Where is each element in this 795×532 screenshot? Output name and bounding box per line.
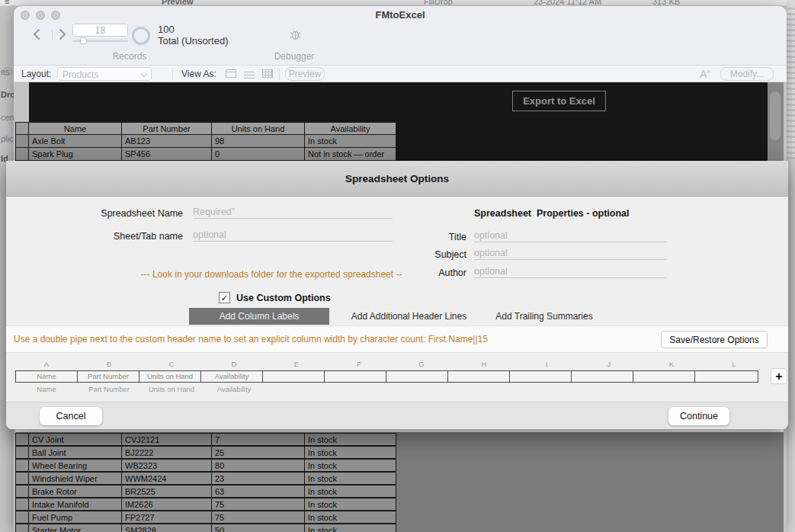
cell-part-number[interactable]: CVJ2121 xyxy=(122,433,212,446)
content-scrollbar-track[interactable] xyxy=(768,82,784,161)
table-row[interactable]: Windshield Wiper WWM2424 23 In stock xyxy=(15,472,396,485)
export-to-excel-button[interactable]: Export to Excel xyxy=(512,91,606,111)
row-marker-cell[interactable] xyxy=(15,135,29,148)
cell-availability[interactable]: Not in stock — order xyxy=(305,148,396,161)
sheet-tab-name-input[interactable] xyxy=(193,228,393,242)
cell-name[interactable]: Intake Manifold xyxy=(29,498,122,511)
grid-header-cell[interactable]: Part Number xyxy=(78,371,139,382)
table-row[interactable]: CV Joint CVJ2121 7 In stock xyxy=(15,433,396,446)
table-view-icon[interactable] xyxy=(262,69,273,78)
cell-part-number[interactable]: SM2828 xyxy=(122,524,212,532)
current-record-input[interactable] xyxy=(72,24,128,37)
row-marker-cell[interactable] xyxy=(15,498,29,511)
record-slider-thumb[interactable] xyxy=(80,37,87,44)
form-view-icon[interactable] xyxy=(226,69,236,78)
column-header-units[interactable]: Units on Hand xyxy=(212,122,305,135)
table-row[interactable]: Ball Joint BJ2222 25 In stock xyxy=(15,446,396,459)
grid-header-cell[interactable]: Name xyxy=(16,371,78,382)
cell-name[interactable]: Fuel Pump xyxy=(29,511,122,524)
author-input[interactable] xyxy=(474,264,667,278)
modify-layout-button[interactable]: Modify... xyxy=(720,67,774,81)
row-marker-cell[interactable] xyxy=(15,433,29,446)
grid-header-cell[interactable] xyxy=(325,371,386,382)
cell-part-number[interactable]: FP2727 xyxy=(122,511,212,524)
row-marker-cell[interactable] xyxy=(15,472,29,485)
cell-part-number[interactable]: WWM2424 xyxy=(122,472,212,485)
grid-header-cell[interactable] xyxy=(510,371,572,382)
grid-header-cell[interactable] xyxy=(448,371,510,382)
grid-header-cell[interactable]: Units on Hand xyxy=(139,371,201,382)
cell-units[interactable]: 63 xyxy=(212,485,305,498)
cell-part-number[interactable]: AB123 xyxy=(122,135,212,148)
row-marker-cell[interactable] xyxy=(15,148,29,161)
table-row[interactable]: Intake Manifold IM2626 75 In stock xyxy=(15,498,396,511)
table-row[interactable]: Brake Rotor BR2525 63 In stock xyxy=(15,485,396,498)
use-custom-options-checkbox[interactable]: ✓ xyxy=(219,292,230,303)
continue-button[interactable]: Continue xyxy=(668,407,729,425)
record-slider[interactable] xyxy=(72,40,128,42)
cell-name[interactable]: CV Joint xyxy=(29,433,122,446)
tab-add-column-labels[interactable]: Add Column Labels xyxy=(189,308,329,325)
list-view-icon[interactable] xyxy=(244,69,255,78)
cell-units[interactable]: 7 xyxy=(212,433,305,446)
row-marker-cell[interactable] xyxy=(15,446,29,459)
cell-units[interactable]: 98 xyxy=(212,135,305,148)
grid-header-cell[interactable] xyxy=(633,371,695,382)
cell-name[interactable]: Wheel Bearing xyxy=(29,459,122,472)
spreadsheet-name-input[interactable] xyxy=(193,205,393,219)
row-marker-cell[interactable] xyxy=(15,524,29,532)
cell-units[interactable]: 75 xyxy=(212,511,305,524)
preview-mode-button[interactable]: Preview xyxy=(285,67,325,81)
cell-availability[interactable]: In stock xyxy=(305,446,396,459)
table-row[interactable]: Wheel Bearing WB2323 80 In stock xyxy=(15,459,396,472)
column-header-name[interactable]: Name xyxy=(29,122,122,135)
cell-part-number[interactable]: IM2626 xyxy=(122,498,212,511)
cell-units[interactable]: 25 xyxy=(212,446,305,459)
save-restore-options-button[interactable]: Save/Restore Options xyxy=(661,331,768,348)
cell-part-number[interactable]: BR2525 xyxy=(122,485,212,498)
formatting-icon[interactable]: Aa xyxy=(700,68,710,80)
cell-availability[interactable]: In stock xyxy=(305,485,396,498)
row-marker-cell[interactable] xyxy=(15,485,29,498)
column-header-part-number[interactable]: Part Number xyxy=(122,122,212,135)
cell-name[interactable]: Ball Joint xyxy=(29,446,122,459)
cell-availability[interactable]: In stock xyxy=(305,459,396,472)
cell-availability[interactable]: In stock xyxy=(305,135,396,148)
cell-availability[interactable]: In stock xyxy=(305,433,396,446)
cell-units[interactable]: 50 xyxy=(212,524,305,532)
cell-units[interactable]: 23 xyxy=(212,472,305,485)
cell-units[interactable]: 80 xyxy=(212,459,305,472)
cell-name[interactable]: Starter Motor xyxy=(29,524,122,532)
cell-availability[interactable]: In stock xyxy=(305,472,396,485)
cell-availability[interactable]: In stock xyxy=(305,524,396,532)
grid-header-cell[interactable] xyxy=(695,371,758,382)
add-column-button[interactable]: + xyxy=(771,368,787,384)
cell-units[interactable]: 75 xyxy=(212,498,305,511)
cell-name[interactable]: Windshield Wiper xyxy=(29,472,122,485)
found-set-pie-icon[interactable] xyxy=(132,27,150,45)
title-input[interactable] xyxy=(474,229,667,242)
table-row[interactable]: Fuel Pump FP2727 75 In stock xyxy=(15,511,396,524)
grid-header-cell[interactable] xyxy=(386,371,448,382)
column-header-availability[interactable]: Availability xyxy=(305,122,396,135)
previous-record-button[interactable] xyxy=(32,28,44,40)
cancel-button[interactable]: Cancel xyxy=(40,407,102,425)
tab-add-trailing-summaries[interactable]: Add Trailing Summaries xyxy=(488,308,601,325)
table-row[interactable]: Starter Motor SM2828 50 In stock xyxy=(15,524,396,532)
grid-header-cell[interactable] xyxy=(263,371,325,382)
subject-input[interactable] xyxy=(474,246,667,260)
row-marker-cell[interactable] xyxy=(15,511,29,524)
row-marker-cell[interactable] xyxy=(15,459,29,472)
next-record-button[interactable] xyxy=(58,28,70,40)
grid-header-cell[interactable]: Availability xyxy=(201,371,263,382)
tab-add-additional-header-lines[interactable]: Add Additional Header Lines xyxy=(339,308,479,325)
cell-units[interactable]: 0 xyxy=(212,148,305,161)
cell-name[interactable]: Axle Bolt xyxy=(29,135,122,148)
debugger-bug-icon[interactable] xyxy=(290,29,301,43)
cell-part-number[interactable]: BJ2222 xyxy=(122,446,212,459)
cell-availability[interactable]: In stock xyxy=(305,498,396,511)
table-row[interactable]: Axle Bolt AB123 98 In stock xyxy=(15,135,396,148)
table-row[interactable]: Spark Plug SP456 0 Not in stock — order xyxy=(15,148,396,161)
cell-availability[interactable]: In stock xyxy=(305,511,396,524)
content-scrollbar-thumb[interactable] xyxy=(770,91,781,140)
